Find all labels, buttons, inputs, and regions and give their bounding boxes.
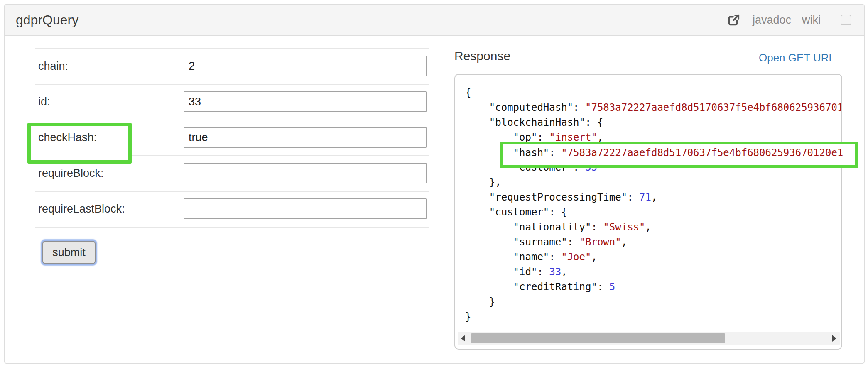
checkhash-input[interactable] [184, 127, 427, 148]
panel-header: gdprQuery javadoc wiki [5, 5, 864, 36]
app: gdprQuery javadoc wiki chain: [0, 0, 868, 367]
main-panel: gdprQuery javadoc wiki chain: [4, 4, 865, 364]
requireblock-input[interactable] [184, 163, 427, 184]
open-get-url-link[interactable]: Open GET URL [759, 51, 835, 64]
form-row-requirelastblock: requireLastBlock: [35, 191, 429, 227]
chain-label: chain: [38, 60, 68, 73]
header-checkbox[interactable] [841, 15, 851, 25]
highlighted-hash-line: "hash": "7583a72227aaefd8d5170637f5e4bf6… [500, 145, 843, 160]
scroll-left-arrow[interactable] [458, 332, 468, 345]
form-row-id: id: [35, 84, 429, 120]
scrollbar-thumb[interactable] [471, 333, 725, 343]
response-json-panel: { "computedHash": "7583a72227aaefd8d5170… [454, 74, 842, 350]
javadoc-link[interactable]: javadoc [753, 14, 791, 27]
right-triangle-icon [832, 335, 836, 342]
header-actions: javadoc wiki [728, 5, 851, 35]
wiki-link[interactable]: wiki [802, 14, 821, 27]
response-json: { "computedHash": "7583a72227aaefd8d5170… [465, 85, 842, 324]
submit-button[interactable]: submit [42, 241, 96, 264]
requirelastblock-input[interactable] [184, 198, 427, 219]
requirelastblock-label: requireLastBlock: [38, 203, 125, 215]
external-link-icon[interactable] [728, 14, 740, 26]
checkhash-label: checkHash: [38, 131, 97, 144]
left-triangle-icon [461, 335, 465, 342]
chain-input[interactable] [184, 56, 427, 76]
form-divider [35, 227, 429, 228]
response-title: Response [454, 49, 510, 63]
hash-annotation-box: "hash": "7583a72227aaefd8d5170637f5e4bf6… [500, 142, 858, 168]
id-label: id: [38, 95, 50, 108]
id-input[interactable] [184, 91, 427, 112]
form-row-chain: chain: [35, 48, 429, 84]
requireblock-label: requireBlock: [38, 167, 104, 180]
scroll-right-arrow[interactable] [829, 332, 840, 345]
page-title: gdprQuery [16, 5, 78, 35]
horizontal-scrollbar[interactable] [458, 332, 840, 345]
